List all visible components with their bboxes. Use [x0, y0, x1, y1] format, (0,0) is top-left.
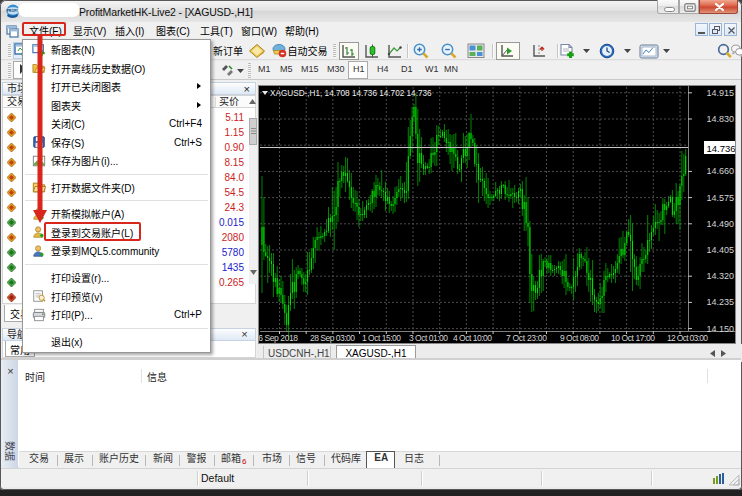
svg-text:9 Oct 08:00: 9 Oct 08:00: [560, 333, 599, 343]
svg-text:14.575: 14.575: [706, 193, 734, 203]
svg-text:14.150: 14.150: [706, 324, 734, 334]
svg-text:3 Oct 01:00: 3 Oct 01:00: [409, 333, 448, 343]
svg-text:1 Oct 15:00: 1 Oct 15:00: [362, 333, 401, 343]
svg-text:28 Sep 03:00: 28 Sep 03:00: [310, 333, 355, 343]
svg-text:7 Oct 23:00: 7 Oct 23:00: [506, 333, 547, 343]
svg-text:4 Oct 10:00: 4 Oct 10:00: [453, 333, 492, 343]
svg-text:14.915: 14.915: [706, 88, 734, 98]
svg-text:10 Oct 17:00: 10 Oct 17:00: [611, 333, 655, 343]
svg-text:12 Oct 03:00: 12 Oct 03:00: [667, 333, 708, 343]
svg-text:14.235: 14.235: [706, 297, 734, 307]
svg-text:14.405: 14.405: [706, 245, 734, 255]
svg-text:14.490: 14.490: [706, 219, 734, 229]
svg-text:14.736: 14.736: [707, 143, 736, 154]
svg-text:26 Sep 2018: 26 Sep 2018: [259, 333, 298, 343]
svg-text:14.830: 14.830: [706, 114, 734, 124]
svg-text:14.660: 14.660: [706, 166, 734, 176]
svg-text:XAGUSD-,H1, 14.708 14.736 14.7: XAGUSD-,H1, 14.708 14.736 14.702 14.736: [270, 89, 432, 98]
svg-text:14.320: 14.320: [706, 271, 734, 281]
